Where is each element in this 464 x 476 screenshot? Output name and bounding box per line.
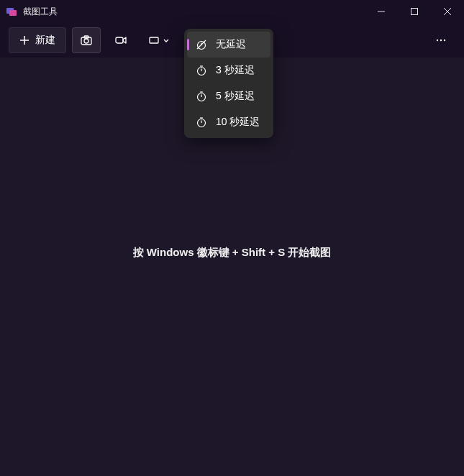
- camera-mode-button[interactable]: [72, 27, 101, 53]
- delay-option-5s[interactable]: 5 秒延迟: [187, 83, 270, 109]
- no-delay-icon: [196, 39, 207, 50]
- new-button[interactable]: 新建: [9, 27, 66, 53]
- svg-rect-1: [9, 10, 17, 16]
- menu-item-label: 3 秒延迟: [216, 64, 255, 77]
- close-button[interactable]: [431, 0, 464, 23]
- titlebar: 截图工具: [0, 0, 464, 23]
- more-icon: [435, 35, 447, 46]
- hint-text: 按 Windows 徽标键 + Shift + S 开始截图: [133, 246, 332, 260]
- minimize-button[interactable]: [365, 0, 398, 23]
- delay-option-3s[interactable]: 3 秒延迟: [187, 58, 270, 83]
- svg-rect-12: [150, 37, 158, 43]
- timer-icon: [196, 91, 207, 102]
- delay-dropdown-menu: 无延迟 3 秒延迟 5 秒延迟 10 秒延迟: [184, 29, 273, 138]
- more-button[interactable]: [427, 27, 455, 53]
- timer-icon: [196, 65, 207, 76]
- video-mode-button[interactable]: [106, 27, 135, 53]
- svg-rect-3: [411, 9, 418, 15]
- maximize-icon: [411, 8, 418, 15]
- window-title: 截图工具: [23, 6, 365, 18]
- video-icon: [114, 34, 127, 47]
- svg-point-15: [444, 40, 445, 41]
- maximize-button[interactable]: [398, 0, 431, 23]
- close-icon: [444, 8, 451, 15]
- minimize-icon: [378, 8, 385, 15]
- window-controls: [365, 0, 464, 23]
- chevron-down-icon: [163, 37, 170, 44]
- shape-dropdown[interactable]: [141, 29, 177, 52]
- rectangle-icon: [148, 35, 160, 46]
- delay-option-10s[interactable]: 10 秒延迟: [187, 109, 270, 135]
- new-button-label: 新建: [35, 34, 55, 47]
- plus-icon: [19, 35, 29, 45]
- menu-item-label: 无延迟: [216, 38, 246, 51]
- camera-icon: [80, 34, 93, 47]
- menu-item-label: 5 秒延迟: [216, 90, 255, 103]
- app-icon: [6, 6, 17, 17]
- timer-icon: [196, 116, 207, 128]
- svg-point-14: [440, 40, 442, 41]
- svg-rect-11: [116, 37, 123, 43]
- delay-option-none[interactable]: 无延迟: [187, 32, 270, 58]
- menu-item-label: 10 秒延迟: [216, 116, 260, 129]
- svg-point-13: [437, 40, 438, 41]
- svg-point-9: [84, 39, 88, 43]
